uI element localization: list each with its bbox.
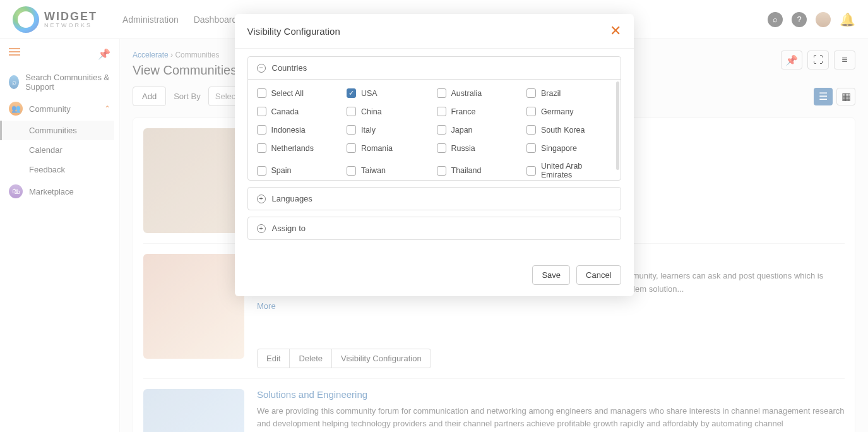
country-checkbox[interactable]: Brazil — [526, 88, 612, 98]
country-label: Netherlands — [271, 144, 314, 153]
country-label: Brazil — [541, 89, 561, 98]
checkbox-icon — [437, 166, 446, 176]
checkbox-icon — [257, 107, 266, 116]
country-label: United Arab Emirates — [541, 162, 612, 179]
country-label: Thailand — [451, 166, 482, 175]
country-checkbox[interactable]: Russia — [437, 143, 522, 153]
country-label: South Korea — [541, 126, 585, 135]
checkbox-icon — [526, 143, 536, 153]
country-label: Australia — [451, 89, 482, 98]
country-checkbox[interactable]: Canada — [257, 107, 342, 116]
scrollbar[interactable] — [616, 81, 619, 170]
visibility-modal: Visibility Configuration ✕ − Countries S… — [235, 14, 634, 296]
section-countries-header[interactable]: − Countries — [248, 57, 621, 79]
checkbox-icon — [347, 107, 356, 116]
modal-title: Visibility Configuration — [247, 26, 340, 37]
checkbox-icon — [437, 143, 446, 153]
country-checkbox[interactable]: Select All — [257, 88, 342, 98]
checkbox-icon — [437, 88, 446, 98]
close-icon[interactable]: ✕ — [610, 23, 621, 39]
country-checkbox[interactable]: Japan — [437, 125, 522, 135]
checkbox-icon — [526, 88, 536, 98]
collapse-icon: − — [257, 64, 266, 73]
country-label: Italy — [361, 126, 376, 135]
country-checkbox[interactable]: South Korea — [526, 125, 612, 135]
section-assign: + Assign to — [247, 217, 621, 240]
country-label: Germany — [541, 107, 573, 116]
country-checkbox[interactable]: Italy — [347, 125, 432, 135]
checkbox-icon — [257, 125, 266, 135]
country-label: France — [451, 107, 476, 116]
country-checkbox[interactable]: Taiwan — [347, 162, 432, 179]
country-label: China — [361, 107, 382, 116]
checkbox-icon — [347, 143, 356, 153]
country-checkbox[interactable]: Australia — [437, 88, 522, 98]
checkbox-icon — [526, 166, 536, 176]
country-label: Canada — [271, 107, 299, 116]
section-countries: − Countries Select All✓USAAustraliaBrazi… — [247, 56, 621, 181]
checkbox-icon — [437, 107, 446, 116]
checkbox-icon — [526, 107, 536, 116]
checkbox-icon: ✓ — [347, 88, 356, 98]
expand-icon: + — [257, 224, 266, 233]
country-checkbox[interactable]: Singapore — [526, 143, 612, 153]
checkbox-icon — [257, 166, 266, 176]
checkbox-icon — [526, 125, 536, 135]
country-label: Taiwan — [361, 166, 386, 175]
country-checkbox[interactable]: Thailand — [437, 162, 522, 179]
section-languages-label: Languages — [272, 194, 312, 203]
checkbox-icon — [437, 125, 446, 135]
section-countries-label: Countries — [272, 63, 307, 73]
country-label: Singapore — [541, 144, 577, 153]
checkbox-icon — [347, 125, 356, 135]
section-assign-header[interactable]: + Assign to — [248, 217, 621, 239]
country-checkbox[interactable]: United Arab Emirates — [526, 162, 612, 179]
cancel-button[interactable]: Cancel — [576, 265, 621, 285]
country-label: Romania — [361, 144, 393, 153]
country-label: Russia — [451, 144, 475, 153]
country-label: Select All — [271, 89, 304, 98]
checkbox-icon — [257, 88, 266, 98]
expand-icon: + — [257, 195, 266, 203]
checkbox-icon — [347, 166, 356, 176]
country-checkbox[interactable]: ✓USA — [347, 88, 432, 98]
country-label: USA — [361, 89, 378, 98]
section-languages-header[interactable]: + Languages — [248, 188, 621, 210]
country-checkbox[interactable]: Spain — [257, 162, 342, 179]
section-assign-label: Assign to — [272, 224, 306, 233]
country-label: Spain — [271, 166, 292, 175]
country-label: Japan — [451, 126, 473, 135]
save-button[interactable]: Save — [532, 265, 570, 285]
country-checkbox[interactable]: Indonesia — [257, 125, 342, 135]
country-checkbox[interactable]: Romania — [347, 143, 432, 153]
checkbox-icon — [257, 143, 266, 153]
country-label: Indonesia — [271, 126, 306, 135]
country-checkbox[interactable]: France — [437, 107, 522, 116]
country-checkbox[interactable]: China — [347, 107, 432, 116]
modal-overlay: Visibility Configuration ✕ − Countries S… — [0, 0, 868, 432]
country-checkbox[interactable]: Netherlands — [257, 143, 342, 153]
section-languages: + Languages — [247, 187, 621, 210]
country-checkbox[interactable]: Germany — [526, 107, 612, 116]
